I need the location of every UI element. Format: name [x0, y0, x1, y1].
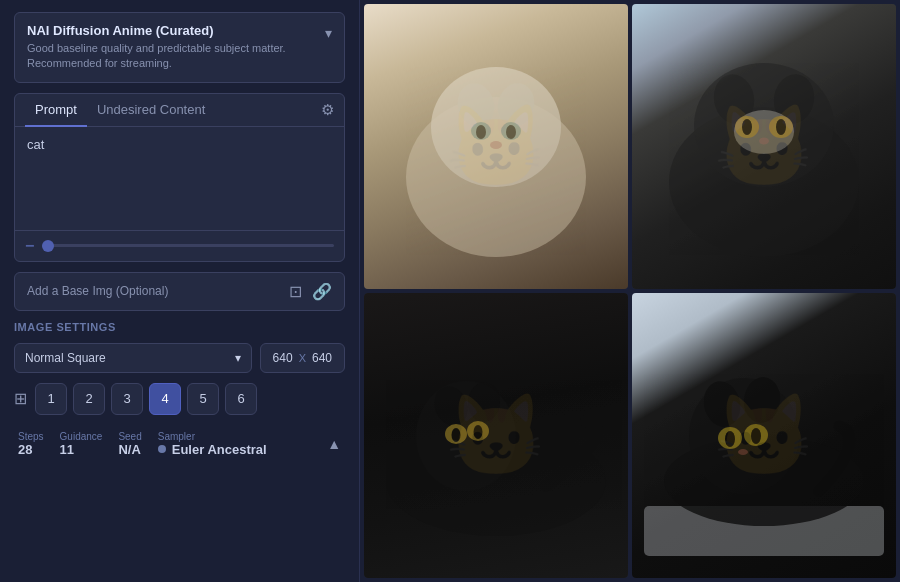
model-info: NAI Diffusion Anime (Curated) Good basel…	[27, 23, 317, 72]
model-name: NAI Diffusion Anime (Curated)	[27, 23, 317, 38]
image-cell-1[interactable]	[364, 4, 628, 289]
svg-point-20	[416, 381, 516, 491]
svg-point-3	[493, 79, 539, 131]
left-panel: NAI Diffusion Anime (Curated) Good basel…	[0, 0, 360, 582]
svg-point-14	[735, 116, 759, 138]
svg-point-16	[742, 119, 752, 135]
base-image-label: Add a Base Img (Optional)	[27, 284, 289, 298]
svg-point-11	[710, 70, 758, 126]
cat-1-svg	[366, 17, 626, 277]
steps-icon: ⊞	[14, 389, 27, 408]
steps-stat: Steps 28	[18, 431, 44, 457]
image-cell-3[interactable]	[364, 293, 628, 578]
svg-point-31	[741, 374, 783, 425]
svg-point-32	[718, 427, 742, 449]
cat-2-svg	[634, 17, 894, 277]
svg-point-12	[770, 70, 818, 126]
svg-point-1	[431, 67, 561, 187]
svg-point-33	[744, 424, 768, 446]
link-icon[interactable]: 🔗	[312, 282, 332, 301]
image-grid	[360, 0, 900, 582]
svg-point-17	[776, 119, 786, 135]
size-preset-label: Normal Square	[25, 351, 106, 365]
svg-point-28	[664, 436, 864, 526]
height-value: 640	[312, 351, 332, 365]
svg-point-8	[490, 141, 502, 149]
image-3	[364, 293, 628, 578]
svg-point-25	[452, 428, 461, 442]
clipboard-icon[interactable]: ⊡	[289, 282, 302, 301]
svg-point-2	[453, 79, 499, 131]
step-btn-2[interactable]: 2	[73, 383, 105, 415]
steps-row: ⊞ 1 2 3 4 5 6	[14, 383, 345, 415]
base-image-icons: ⊡ 🔗	[289, 282, 332, 301]
svg-point-24	[467, 421, 489, 441]
stats-row: Steps 28 Guidance 11 Seed N/A Sampler Eu…	[14, 425, 345, 457]
size-separator: X	[299, 352, 306, 364]
svg-point-23	[445, 424, 467, 444]
svg-point-6	[476, 125, 486, 139]
image-cell-2[interactable]	[632, 4, 896, 289]
svg-point-15	[769, 116, 793, 138]
prompt-tabs: Prompt Undesired Content ⚙	[15, 94, 344, 127]
base-image-row: Add a Base Img (Optional) ⊡ 🔗	[14, 272, 345, 311]
svg-point-5	[501, 122, 521, 140]
width-value: 640	[273, 351, 293, 365]
model-description: Good baseline quality and predictable su…	[27, 41, 317, 72]
step-btn-4[interactable]: 4	[149, 383, 181, 415]
prompt-box: Prompt Undesired Content ⚙ cat −	[14, 93, 345, 262]
steps-value: 28	[18, 442, 32, 457]
step-btn-1[interactable]: 1	[35, 383, 67, 415]
prompt-textarea[interactable]: cat	[15, 127, 344, 227]
chevron-down-icon: ▾	[325, 25, 332, 41]
svg-point-29	[689, 378, 799, 494]
svg-rect-27	[644, 506, 884, 556]
sampler-row: Euler Ancestral	[158, 442, 267, 457]
image-4	[632, 293, 896, 578]
tab-undesired[interactable]: Undesired Content	[87, 94, 215, 127]
svg-point-0	[406, 97, 586, 257]
svg-point-35	[751, 428, 761, 444]
seed-label: Seed	[118, 431, 141, 442]
guidance-label: Guidance	[60, 431, 103, 442]
seed-value: N/A	[118, 442, 140, 457]
sampler-value: Euler Ancestral	[172, 442, 267, 457]
svg-point-4	[471, 122, 491, 140]
size-preset-chevron: ▾	[235, 351, 241, 365]
guidance-stat: Guidance 11	[60, 431, 103, 457]
guidance-value: 11	[60, 442, 74, 457]
step-btn-3[interactable]: 3	[111, 383, 143, 415]
image-cell-4[interactable]	[632, 293, 896, 578]
image-settings-label: Image Settings	[14, 321, 345, 333]
image-1	[364, 4, 628, 289]
svg-point-36	[738, 449, 748, 455]
svg-point-21	[429, 381, 473, 430]
model-selector[interactable]: NAI Diffusion Anime (Curated) Good basel…	[14, 12, 345, 83]
prompt-bottom-bar: −	[15, 230, 344, 261]
step-btn-6[interactable]: 6	[225, 383, 257, 415]
seed-stat: Seed N/A	[118, 431, 141, 457]
size-preset-selector[interactable]: Normal Square ▾	[14, 343, 252, 373]
prompt-dash-icon: −	[25, 237, 34, 255]
sampler-stat: Sampler Euler Ancestral	[158, 431, 267, 457]
svg-point-22	[466, 380, 501, 423]
prompt-weight-slider[interactable]	[42, 244, 334, 247]
sampler-label: Sampler	[158, 431, 195, 442]
svg-point-10	[694, 63, 834, 187]
size-dimensions: 640 X 640	[260, 343, 345, 373]
cat-4-svg	[634, 306, 894, 566]
expand-icon[interactable]: ▲	[327, 436, 341, 452]
size-row: Normal Square ▾ 640 X 640	[14, 343, 345, 373]
svg-point-7	[506, 125, 516, 139]
svg-point-30	[700, 377, 745, 429]
prompt-settings-icon[interactable]: ⚙	[321, 101, 334, 119]
sampler-dot-icon	[158, 445, 166, 453]
steps-label: Steps	[18, 431, 44, 442]
svg-point-26	[474, 425, 483, 439]
step-btn-5[interactable]: 5	[187, 383, 219, 415]
svg-point-34	[725, 431, 735, 447]
svg-point-9	[669, 107, 859, 257]
svg-point-13	[734, 110, 794, 154]
cat-3-svg	[366, 306, 626, 566]
tab-prompt[interactable]: Prompt	[25, 94, 87, 127]
